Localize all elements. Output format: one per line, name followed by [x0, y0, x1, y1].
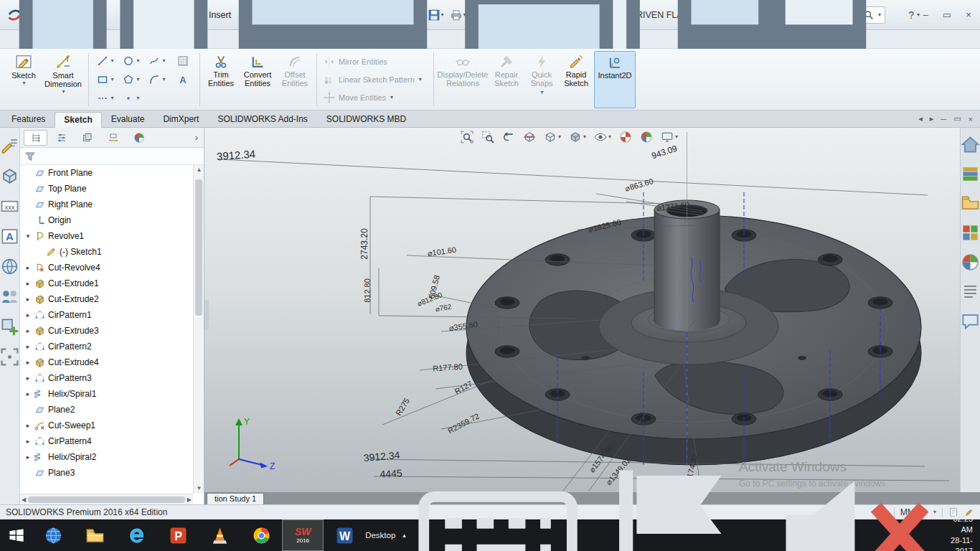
taskpane-library-button[interactable] — [961, 163, 980, 185]
taskbar-app-solidworks[interactable]: SW2016 — [282, 519, 324, 551]
maximize-button[interactable]: ▭ — [938, 6, 956, 22]
feature-tree-item-helix-spiral1[interactable]: ▸Helix/Spiral1 — [20, 386, 193, 402]
linear-sketch-pattern-button[interactable]: Linear Sketch Pattern ▾ — [324, 71, 427, 88]
taskbar-app-vlc[interactable] — [199, 519, 240, 551]
frame-button[interactable] — [0, 346, 19, 368]
repair-sketch-button[interactable]: Repair Sketch — [488, 51, 525, 108]
scroll-up-icon[interactable]: ▲ — [194, 165, 204, 175]
hatch-grid-button[interactable] — [170, 52, 196, 70]
rapid-sketch-button[interactable]: Rapid Sketch — [558, 51, 594, 108]
feature-tree-item-cut-extrude1[interactable]: ▸Cut-Extrude1 — [20, 276, 193, 291]
globe-button[interactable] — [0, 255, 19, 278]
dropdown-caret-icon[interactable]: ▾ — [558, 134, 561, 140]
move-entities-dropdown-icon[interactable]: ▾ — [390, 95, 393, 100]
arc-tool-button[interactable]: ▾ — [144, 70, 170, 89]
tree-vertical-scrollbar[interactable]: ▲ ▼ — [193, 165, 204, 494]
tree-expander-icon[interactable]: ▸ — [24, 264, 32, 271]
taskbar-clock[interactable]: 02:25 AM 28-11-2017 — [941, 514, 973, 551]
doc-close-icon[interactable]: × — [969, 115, 973, 123]
taskpane-ball-button[interactable] — [961, 251, 980, 273]
centerline-tool-button[interactable]: ▾ — [93, 89, 118, 108]
graphics-viewport[interactable]: ▾▾▾▾ 3912.34943.09⌀863.60⌀1371.60⌀1625.6… — [204, 128, 960, 492]
dropdown-caret-icon[interactable]: ▾ — [110, 58, 113, 64]
taskbar-app-chrome[interactable] — [240, 519, 282, 551]
quick-snaps-button[interactable]: Quick Snaps ▾ — [525, 51, 558, 108]
view-settings-button[interactable]: ▾ — [659, 129, 679, 145]
dropdown-caret-icon[interactable]: ▾ — [110, 77, 113, 83]
tray-flag-icon[interactable] — [589, 449, 758, 551]
offset-entities-button[interactable]: Offset Entities — [277, 51, 313, 108]
feature-tree-item-helix-spiral2[interactable]: ▸Helix/Spiral2 — [20, 449, 193, 465]
tab-sketch[interactable]: Sketch — [55, 112, 101, 128]
feature-tree-item-sketch1[interactable]: (-) Sketch1 — [20, 244, 193, 260]
help-label[interactable]: ? — [908, 9, 914, 21]
linear-pattern-dropdown-icon[interactable]: ▾ — [419, 77, 422, 83]
tree-expander-icon[interactable]: ▸ — [24, 390, 32, 397]
scroll-left-icon[interactable]: ◀ — [22, 496, 26, 503]
tree-horizontal-scrollbar[interactable]: ◀ ▶ — [20, 494, 193, 504]
taskpane-forum-button[interactable] — [961, 310, 980, 332]
hscroll-thumb[interactable] — [28, 496, 185, 503]
dropdown-caret-icon[interactable]: ▾ — [136, 95, 139, 101]
minimize-button[interactable]: – — [917, 6, 934, 22]
start-button[interactable] — [0, 519, 32, 551]
doc-restore-icon[interactable]: ▭ — [953, 114, 961, 123]
feature-tree-item-cut-extrude4[interactable]: ▸Cut-Extrude4 — [20, 354, 193, 370]
tree-expander-icon[interactable]: ▸ — [24, 359, 32, 366]
taskpane-palette-button[interactable] — [961, 222, 980, 244]
taskbar-app-ie-globe[interactable] — [32, 519, 74, 551]
tree-expander-icon[interactable]: ▸ — [24, 327, 32, 334]
quick-snaps-dropdown-icon[interactable]: ▾ — [540, 90, 543, 95]
circle-tool-button[interactable]: ▾ — [118, 52, 144, 70]
tree-expander-icon[interactable]: ▸ — [24, 343, 32, 350]
collapse-left-icon[interactable]: ◂ — [918, 114, 923, 123]
tree-expander-icon[interactable]: ▸ — [24, 280, 32, 287]
tab-dimx-button[interactable] — [101, 130, 125, 146]
tree-expander-icon[interactable]: ▸ — [24, 296, 32, 303]
dropdown-caret-icon[interactable]: ▾ — [441, 12, 444, 18]
taskbar-app-word[interactable]: W — [324, 519, 365, 551]
tree-expander-icon[interactable]: ▸ — [24, 453, 32, 461]
dimension-label[interactable]: 2743.20 — [359, 228, 369, 259]
tab-display-button[interactable] — [127, 130, 151, 146]
feature-tree-item-revolve1[interactable]: ▾Revolve1 — [20, 228, 193, 244]
tab-evaluate[interactable]: Evaluate — [102, 111, 154, 127]
mirror-entities-button[interactable]: Mirror Entities — [324, 53, 427, 70]
edit-appearance-button[interactable] — [618, 129, 633, 145]
tree-expander-icon[interactable]: ▸ — [24, 311, 32, 319]
filter-funnel-icon[interactable] — [24, 151, 36, 162]
dropdown-caret-icon[interactable]: ▾ — [136, 58, 139, 64]
bodies-button[interactable] — [0, 165, 19, 187]
feature-tree-item-cirpattern4[interactable]: ▸CirPattern4 — [20, 433, 193, 449]
close-button[interactable]: × — [960, 6, 977, 22]
taskbar-app-explorer-folder[interactable] — [74, 519, 116, 551]
rectangle-tool-button[interactable]: ▾ — [93, 70, 118, 89]
feature-tree-item-cut-extrude2[interactable]: ▸Cut-Extrude2 — [20, 291, 193, 307]
previous-view-button[interactable] — [501, 129, 517, 145]
annotations-button[interactable] — [0, 135, 19, 157]
desktop-label[interactable]: Desktop — [365, 531, 395, 540]
taskbar-app-ie-e[interactable] — [116, 519, 157, 551]
smart-dimension-button[interactable]: Smart Dimension ▾ — [42, 51, 85, 108]
feature-tree-item-plane3[interactable]: Plane3 — [20, 465, 193, 481]
polygon-tool-button[interactable]: ▾ — [118, 70, 144, 89]
scroll-thumb[interactable] — [195, 179, 202, 316]
tab-dimxpert[interactable]: DimXpert — [154, 111, 208, 127]
dropdown-caret-icon[interactable]: ▾ — [136, 77, 139, 83]
feature-tree-item-right-plane[interactable]: Right Plane — [20, 197, 193, 212]
scroll-down-icon[interactable]: ▼ — [194, 484, 204, 494]
feature-tree-item-origin[interactable]: Origin — [20, 212, 193, 228]
tray-volume-icon[interactable] — [765, 449, 934, 551]
dropdown-caret-icon[interactable]: ▾ — [675, 134, 678, 140]
tab-config-button[interactable] — [75, 130, 99, 146]
taskpane-folder-small-button[interactable] — [961, 192, 980, 215]
feature-tree-item-cirpattern3[interactable]: ▸CirPattern3 — [20, 370, 193, 386]
tab-prop-button[interactable] — [50, 130, 73, 146]
tree-expander-icon[interactable]: ▸ — [24, 375, 32, 382]
flange-model[interactable] — [204, 128, 960, 492]
feature-tree-item-front-plane[interactable]: Front Plane — [20, 165, 193, 181]
taskbar-app-ppt[interactable]: P — [157, 519, 199, 551]
taskpane-list-button[interactable] — [961, 281, 980, 303]
feature-tree-item-cut-extrude3[interactable]: ▸Cut-Extrude3 — [20, 323, 193, 339]
move-entities-button[interactable]: Move Entities ▾ — [324, 89, 427, 106]
